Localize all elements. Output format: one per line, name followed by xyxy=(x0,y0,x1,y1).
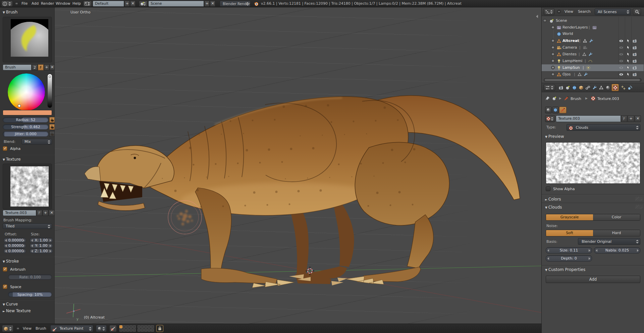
add-scene-button[interactable]: + xyxy=(204,1,210,7)
tab-constraints-icon[interactable] xyxy=(585,85,590,90)
brush-name-field[interactable]: Brush xyxy=(3,64,32,70)
tab-world-icon[interactable] xyxy=(572,85,577,90)
brush-preview[interactable] xyxy=(11,19,48,57)
outliner-row-world[interactable]: World xyxy=(542,31,644,37)
outliner-row-lampsun-selected[interactable]: + LampSun | xyxy=(542,64,644,71)
radius-slider[interactable]: Radius: 52 xyxy=(3,117,49,123)
texture-preview[interactable] xyxy=(10,166,49,207)
outliner-collapse-button[interactable] xyxy=(557,10,561,13)
panel-header-texture[interactable]: Texture xyxy=(3,157,21,162)
renderability-camera-icon[interactable] xyxy=(632,72,637,77)
selectability-cursor-icon[interactable] xyxy=(626,39,630,43)
renderability-camera-icon[interactable] xyxy=(632,52,637,57)
texture-name-field[interactable]: Texture.003 xyxy=(3,210,36,216)
mapping-dropdown[interactable]: Tiled xyxy=(3,223,52,229)
texture-unlink-button[interactable]: ✕ xyxy=(49,210,55,216)
offset-x-field[interactable]: : 0.00000 xyxy=(3,238,26,243)
viewport-shading-dropdown[interactable] xyxy=(96,325,107,332)
viewport-3d[interactable]: User Ortho (0) Altcreat y xyxy=(0,7,541,324)
value-slider[interactable] xyxy=(47,74,52,108)
close-layout-button[interactable]: ✕ xyxy=(130,1,136,7)
tab-scene-icon[interactable] xyxy=(565,85,570,90)
panel-header-brush[interactable]: Brush xyxy=(3,10,17,14)
collapse-menus-button[interactable] xyxy=(15,2,18,5)
editor-type-info-button[interactable] xyxy=(1,1,13,7)
space-checkbox[interactable] xyxy=(3,284,7,289)
active-color-swatch[interactable] xyxy=(3,110,52,115)
editor-type-3dview-button[interactable] xyxy=(2,325,13,332)
close-scene-button[interactable]: ✕ xyxy=(210,1,215,7)
visibility-eye-icon[interactable] xyxy=(619,59,624,63)
renderability-camera-icon[interactable] xyxy=(632,45,637,50)
blend-dropdown[interactable]: Mix xyxy=(21,139,52,145)
texture-context-world-button[interactable] xyxy=(552,107,559,113)
color-wheel[interactable] xyxy=(7,73,45,111)
menu-help[interactable]: Help xyxy=(72,1,81,6)
outliner-row-camera[interactable]: + Camera | xyxy=(542,44,644,51)
panel-header-stroke[interactable]: Stroke xyxy=(3,259,19,264)
outliner-hscrollbar[interactable] xyxy=(544,78,642,82)
visibility-eye-icon[interactable] xyxy=(619,65,624,70)
grayscale-button[interactable]: Grayscale xyxy=(546,214,593,220)
panel-header-curve[interactable]: Curve xyxy=(3,302,18,307)
visibility-eye-icon[interactable] xyxy=(619,45,624,50)
selectability-cursor-icon[interactable] xyxy=(626,52,630,56)
renderability-camera-icon[interactable] xyxy=(632,65,637,70)
editor-type-outliner-button[interactable] xyxy=(544,8,554,15)
selectability-cursor-icon[interactable] xyxy=(626,72,630,76)
layers-grid-1[interactable] xyxy=(119,325,136,332)
breadcrumb-brush-label[interactable]: Brush xyxy=(571,97,581,101)
add-layout-button[interactable]: + xyxy=(124,1,130,7)
section-header-clouds[interactable]: Clouds xyxy=(545,205,562,210)
tab-render-icon[interactable] xyxy=(558,85,564,90)
radius-pressure-toggle[interactable] xyxy=(49,117,55,123)
section-header-custom-properties[interactable]: Custom Properties xyxy=(545,267,585,272)
selectability-cursor-icon[interactable] xyxy=(626,59,630,63)
texture-paint-toggle-button[interactable] xyxy=(109,325,117,332)
texture-browse-button[interactable] xyxy=(545,115,555,122)
tab-texture-active[interactable] xyxy=(611,84,619,91)
outliner-menu-search[interactable]: Search xyxy=(578,9,591,14)
size-field[interactable]: Size: 0.11 xyxy=(546,247,592,254)
menu-window[interactable]: Window xyxy=(56,1,70,6)
section-header-preview[interactable]: Preview xyxy=(545,134,564,139)
rate-slider[interactable]: Rate: 0.100 xyxy=(8,274,52,280)
texture-context-brush-button-active[interactable] xyxy=(559,107,567,113)
screen-layout-name-field[interactable]: Default xyxy=(93,1,124,7)
layers-grid-2[interactable] xyxy=(138,325,154,332)
tab-modifiers-icon[interactable] xyxy=(592,85,597,90)
add-custom-property-button[interactable]: Add xyxy=(546,276,640,283)
visibility-eye-icon[interactable] xyxy=(619,72,624,77)
visibility-eye-icon[interactable] xyxy=(619,52,624,57)
outliner-menu-view[interactable]: View xyxy=(565,9,573,14)
outliner-filter-dropdown[interactable]: All Scenes xyxy=(595,8,631,15)
tab-data-icon[interactable] xyxy=(599,85,604,90)
tab-particles-icon[interactable] xyxy=(621,85,626,90)
panel-header-new-texture[interactable]: New Texture xyxy=(3,309,31,313)
texture-add-button[interactable]: + xyxy=(43,210,48,216)
texture-fake-user-button[interactable]: F xyxy=(621,115,627,122)
depth-field[interactable]: Depth: 0 xyxy=(546,255,592,262)
size-x-field[interactable]: X: 1.00 xyxy=(30,238,53,243)
visibility-eye-icon[interactable] xyxy=(619,39,624,43)
texture-unlink-button[interactable]: ✕ xyxy=(635,115,641,122)
outliner-row-renderlayers[interactable]: + RenderLayers | xyxy=(542,24,644,31)
strength-pressure-toggle[interactable] xyxy=(49,124,55,130)
basis-dropdown[interactable]: Blender Original xyxy=(578,238,640,245)
offset-y-field[interactable]: : 0.00000 xyxy=(3,243,26,248)
section-header-colors[interactable]: Colors xyxy=(545,197,561,202)
lock-button[interactable] xyxy=(156,325,163,332)
brush-add-button[interactable]: + xyxy=(44,64,49,70)
viewport-menu-view[interactable]: View xyxy=(23,326,32,331)
outliner-row-ojos[interactable]: + Ojos | xyxy=(542,71,644,78)
scene-name-field[interactable]: Scene xyxy=(148,1,204,7)
outliner-search-button[interactable] xyxy=(633,8,641,15)
scene-icon-button[interactable] xyxy=(139,1,148,7)
tab-object-icon[interactable] xyxy=(579,85,584,90)
menu-add[interactable]: Add xyxy=(32,1,39,6)
texture-id-name-field[interactable]: Texture.003 xyxy=(556,115,621,122)
jitter-pressure-toggle[interactable] xyxy=(49,131,55,137)
size-y-field[interactable]: Y: 1.00 xyxy=(30,243,53,248)
brush-users-count[interactable]: 2 xyxy=(32,64,38,70)
hard-button[interactable]: Hard xyxy=(593,230,640,236)
